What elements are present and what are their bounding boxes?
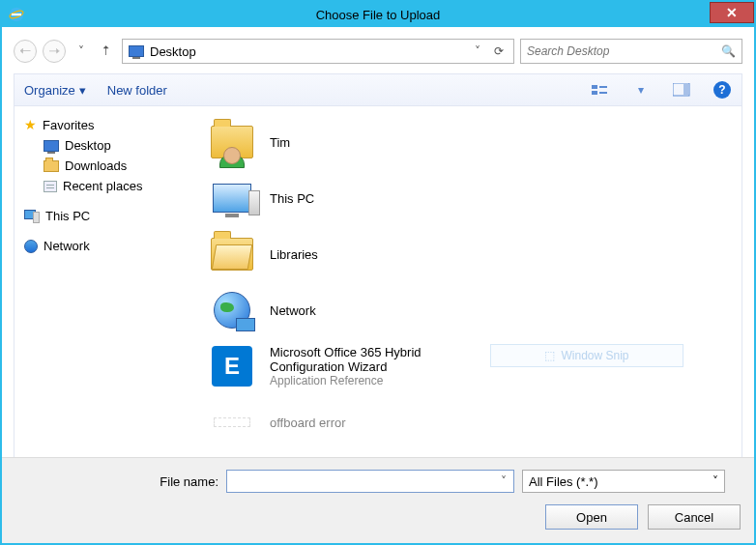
application-icon: E — [206, 344, 258, 388]
sidebar-item-label: Downloads — [65, 158, 127, 173]
recent-icon — [44, 181, 57, 192]
navigation-pane: ★ Favorites Desktop Downloads Recent pla… — [15, 106, 196, 457]
svg-rect-4 — [592, 91, 597, 95]
filetype-label: All Files (*.*) — [529, 474, 712, 489]
pc-icon — [206, 176, 258, 220]
filename-label: File name: — [15, 474, 218, 489]
filename-combo[interactable]: ˅ — [226, 470, 514, 493]
main-area: ★ Favorites Desktop Downloads Recent pla… — [14, 106, 742, 457]
help-icon: ? — [713, 81, 731, 99]
list-item[interactable]: offboard error — [206, 394, 732, 450]
svg-rect-5 — [599, 86, 607, 88]
list-item[interactable]: Network — [206, 282, 732, 338]
file-list[interactable]: Tim This PC Libraries — [196, 106, 741, 457]
search-input[interactable] — [527, 44, 721, 58]
close-button[interactable]: ✕ — [710, 2, 754, 23]
address-bar[interactable]: Desktop ˅ ⟳ — [122, 39, 514, 64]
file-dialog-window: Choose File to Upload ✕ 🠐 🠒 ˅ 🠑 Desktop … — [0, 0, 756, 545]
window-title: Choose File to Upload — [2, 8, 754, 22]
preview-pane-button[interactable] — [672, 80, 691, 100]
nav-row: 🠐 🠒 ˅ 🠑 Desktop ˅ ⟳ 🔍 — [14, 37, 742, 66]
up-button[interactable]: 🠑 — [97, 44, 116, 58]
new-folder-label: New folder — [107, 83, 167, 98]
item-title: Libraries — [270, 247, 318, 262]
toolbar: Organize ▾ New folder ▾ ? — [14, 73, 742, 106]
svg-rect-3 — [592, 85, 597, 89]
address-text: Desktop — [150, 44, 465, 59]
sidebar-item-label: Recent places — [63, 179, 142, 193]
sidebar-item-label: Network — [44, 239, 90, 253]
sidebar-item-label: Desktop — [65, 138, 111, 153]
svg-rect-2 — [12, 14, 21, 15]
search-box[interactable]: 🔍 — [520, 39, 742, 64]
libraries-icon — [206, 232, 258, 276]
pc-icon — [24, 210, 40, 223]
chevron-down-icon: ▾ — [79, 83, 86, 98]
sidebar-item-thispc[interactable]: This PC — [20, 206, 190, 226]
new-folder-button[interactable]: New folder — [107, 83, 167, 98]
cancel-button[interactable]: Cancel — [648, 504, 741, 530]
view-options-button[interactable] — [591, 80, 610, 100]
sidebar-item-desktop[interactable]: Desktop — [20, 135, 190, 156]
desktop-icon — [44, 140, 59, 152]
filename-dropdown[interactable]: ˅ — [498, 474, 509, 488]
help-button[interactable]: ? — [712, 80, 732, 100]
item-title: Network — [270, 303, 316, 318]
dialog-body: 🠐 🠒 ˅ 🠑 Desktop ˅ ⟳ 🔍 Organize ▾ New fol… — [2, 27, 754, 457]
item-title: offboard error — [270, 416, 346, 430]
svg-rect-8 — [683, 84, 688, 95]
organize-label: Organize — [24, 83, 75, 98]
favorites-header[interactable]: ★ Favorites — [20, 114, 190, 135]
search-icon[interactable]: 🔍 — [721, 44, 736, 58]
sidebar-item-label: This PC — [45, 209, 90, 223]
item-title: This PC — [270, 191, 314, 206]
list-item[interactable]: Libraries — [206, 226, 732, 282]
star-icon: ★ — [24, 117, 37, 132]
open-button[interactable]: Open — [545, 504, 638, 530]
desktop-icon — [129, 45, 144, 57]
sidebar-item-downloads[interactable]: Downloads — [20, 156, 190, 176]
footer: File name: ˅ All Files (*.*) ˅ Open Canc… — [2, 457, 754, 543]
view-dropdown[interactable]: ▾ — [631, 80, 651, 100]
file-list-area: Tim This PC Libraries — [196, 106, 741, 457]
item-subtitle: Application Reference — [270, 374, 482, 387]
list-item[interactable]: Tim — [206, 114, 732, 170]
filetype-combo[interactable]: All Files (*.*) ˅ — [522, 470, 725, 493]
sidebar-item-network[interactable]: Network — [20, 236, 190, 256]
user-folder-icon — [206, 120, 258, 164]
network-icon — [24, 240, 38, 253]
back-button[interactable]: 🠐 — [14, 40, 37, 63]
filename-input[interactable] — [231, 474, 498, 489]
list-item[interactable]: This PC — [206, 170, 732, 226]
ie-icon — [8, 6, 25, 23]
sidebar-item-recent[interactable]: Recent places — [20, 176, 190, 196]
folder-icon — [44, 160, 59, 172]
list-item[interactable]: E Microsoft Office 365 Hybrid Configurat… — [206, 338, 732, 394]
network-icon — [206, 288, 258, 332]
recent-locations-dropdown[interactable]: ˅ — [72, 44, 91, 58]
file-icon — [206, 400, 258, 445]
chevron-down-icon: ˅ — [712, 474, 718, 488]
titlebar: Choose File to Upload ✕ — [2, 2, 754, 27]
favorites-label: Favorites — [43, 118, 94, 132]
svg-rect-6 — [599, 92, 607, 94]
address-dropdown[interactable]: ˅ — [471, 44, 484, 58]
item-title: Tim — [270, 135, 290, 150]
item-title: Microsoft Office 365 Hybrid Configuratio… — [270, 345, 482, 374]
organize-menu[interactable]: Organize ▾ — [24, 83, 86, 98]
refresh-button[interactable]: ⟳ — [490, 44, 508, 58]
forward-button[interactable]: 🠒 — [43, 40, 66, 63]
